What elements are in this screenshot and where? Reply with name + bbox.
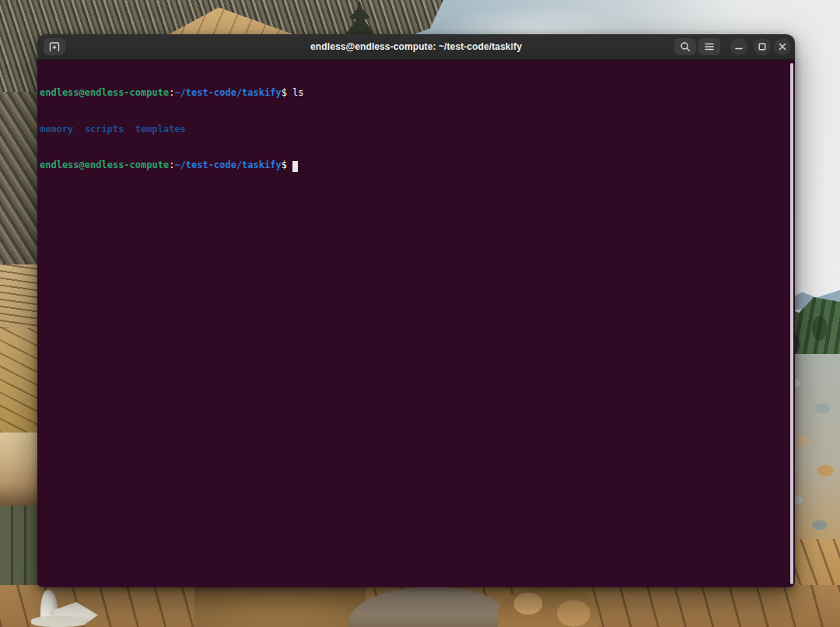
titlebar[interactable]: endless@endless-compute: ~/test-code/tas… (37, 34, 795, 60)
prompt-path: ~/test-code/taskify (174, 87, 281, 98)
new-tab-button[interactable] (44, 38, 65, 55)
prompt-symbol: $ (282, 159, 287, 170)
prompt-path: ~/test-code/taskify (174, 159, 281, 170)
ls-output-directories: memory scripts templates (40, 124, 186, 135)
prompt-symbol: $ (282, 87, 287, 98)
prompt-user-host: endless@endless-compute (40, 87, 169, 98)
terminal-scrollbar[interactable] (790, 63, 793, 584)
bird-base (31, 616, 86, 627)
minimize-icon (735, 43, 743, 51)
terminal-cursor (292, 161, 298, 172)
wallpaper-white-bird (26, 590, 104, 627)
typed-command: ls (287, 87, 304, 98)
wallpaper-planks-left (0, 328, 40, 433)
maximize-icon (758, 43, 766, 51)
window-controls (674, 38, 791, 55)
minimize-button[interactable] (730, 38, 747, 55)
close-icon (779, 43, 786, 51)
wallpaper-dirt-patch (194, 585, 366, 627)
prompt-user-host: endless@endless-compute (40, 159, 169, 170)
menu-button[interactable] (698, 38, 720, 55)
close-button[interactable] (774, 38, 791, 55)
search-icon (680, 41, 691, 52)
terminal-line-prompt-ls: endless@endless-compute:~/test-code/task… (40, 87, 787, 100)
new-tab-icon (49, 42, 60, 51)
search-button[interactable] (674, 38, 696, 55)
maximize-button[interactable] (754, 38, 771, 55)
terminal-window: endless@endless-compute: ~/test-code/tas… (37, 34, 795, 587)
wallpaper-twigs-left (0, 92, 40, 264)
hamburger-menu-icon (705, 43, 714, 51)
wallpaper-shingle-pile (0, 264, 40, 328)
terminal-line-prompt-current: endless@endless-compute:~/test-code/task… (40, 159, 787, 172)
wallpaper-log-beam (0, 433, 40, 506)
wallpaper-stones (498, 588, 599, 627)
terminal-line-ls-output: memory scripts templates (40, 124, 787, 136)
terminal-screen[interactable]: endless@endless-compute:~/test-code/task… (37, 60, 795, 587)
